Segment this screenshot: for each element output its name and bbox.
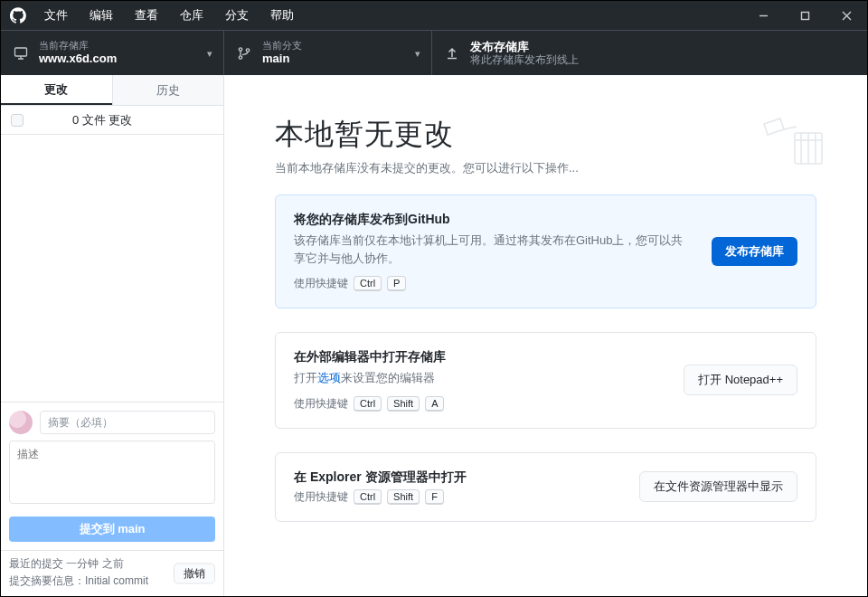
card-editor-shortcut: 使用快捷键 Ctrl Shift A [294,396,664,412]
kbd-key: Shift [387,489,420,505]
main-split: 更改 历史 0 文件 更改 提交到 main 最近的提交 一分钟 之前 提交摘 [1,75,867,596]
avatar [9,411,33,434]
github-logo-icon [10,7,26,24]
changes-count-label: 0 文件 更改 [72,112,213,128]
tab-changes[interactable]: 更改 [1,75,112,105]
svg-rect-1 [15,48,27,56]
branch-selector-value: main [262,52,302,66]
menu-view[interactable]: 查看 [126,1,167,30]
last-commit-footer: 最近的提交 一分钟 之前 提交摘要信息：Initial commit 撤销 [1,550,223,596]
kbd-key: Ctrl [354,396,382,412]
svg-point-3 [239,55,241,58]
commit-button[interactable]: 提交到 main [9,516,215,542]
kbd-key: Shift [387,396,420,412]
empty-state-illustration-icon [751,108,833,175]
publish-repository-button[interactable]: 发布存储库 将此存储库发布到线上 [432,31,867,75]
card-open-explorer: 在 Explorer 资源管理器中打开 使用快捷键 Ctrl Shift F 在… [275,452,816,522]
open-editor-button[interactable]: 打开 Notepad++ [684,365,797,395]
monitor-icon [14,46,28,61]
commit-form: 提交到 main [1,402,223,550]
menu-file[interactable]: 文件 [35,1,77,30]
card-publish-title: 将您的存储库发布到GitHub [294,212,692,228]
window-minimize-button[interactable] [742,1,784,30]
sidebar-tabs: 更改 历史 [1,75,223,106]
menu-branch[interactable]: 分支 [216,1,258,30]
sidebar: 更改 历史 0 文件 更改 提交到 main 最近的提交 一分钟 之前 提交摘 [1,75,224,596]
menu-bar: 文件 编辑 查看 仓库 分支 帮助 [35,1,303,30]
publish-subtitle: 将此存储库发布到线上 [470,53,579,66]
chevron-down-icon: ▾ [207,47,212,59]
repo-selector-label: 当前存储库 [39,40,117,52]
kbd-key: P [387,276,406,291]
kbd-key: Ctrl [354,489,382,505]
window-controls [742,1,867,30]
menu-help[interactable]: 帮助 [261,1,303,30]
open-explorer-button[interactable]: 在文件资源管理器中显示 [639,471,797,502]
menu-repository[interactable]: 仓库 [171,1,212,30]
publish-repo-button[interactable]: 发布存储库 [712,237,797,266]
card-explorer-shortcut: 使用快捷键 Ctrl Shift F [294,489,619,505]
publish-title: 发布存储库 [470,40,579,54]
suggestion-cards: 将您的存储库发布到GitHub 该存储库当前仅在本地计算机上可用。通过将其发布在… [224,194,867,549]
window-close-button[interactable] [826,1,867,30]
current-branch-selector[interactable]: 当前分支 main ▾ [224,31,432,75]
svg-point-2 [239,47,241,50]
git-branch-icon [237,46,251,61]
undo-button[interactable]: 撤销 [174,564,215,584]
card-publish-desc: 该存储库当前仅在本地计算机上可用。通过将其发布在GitHub上，您可以共享它并与… [294,232,692,267]
content-area: 本地暂无更改 当前本地存储库没有未提交的更改。您可以进行以下操作... 将您的存… [224,75,867,596]
kbd-key: F [425,489,444,505]
card-explorer-title: 在 Explorer 资源管理器中打开 [294,469,619,486]
window-maximize-button[interactable] [784,1,826,30]
card-editor-title: 在外部编辑器中打开存储库 [294,349,664,365]
tab-history[interactable]: 历史 [112,75,224,105]
branch-selector-label: 当前分支 [262,40,302,52]
card-editor-desc: 打开选项来设置您的编辑器 [294,369,664,387]
current-repository-selector[interactable]: 当前存储库 www.x6d.com ▾ [1,31,224,75]
svg-point-4 [246,48,249,51]
kbd-key: Ctrl [354,276,382,291]
hero-title: 本地暂无更改 [275,115,816,155]
description-textarea[interactable] [9,441,215,504]
select-all-checkbox[interactable] [11,114,24,127]
card-open-editor: 在外部编辑器中打开存储库 打开选项来设置您的编辑器 使用快捷键 Ctrl Shi… [275,332,816,429]
upload-icon [445,46,459,61]
title-bar: 文件 编辑 查看 仓库 分支 帮助 [1,1,867,30]
app-window: 文件 编辑 查看 仓库 分支 帮助 当前存储库 www.x6d.com ▾ [0,0,868,597]
card-publish: 将您的存储库发布到GitHub 该存储库当前仅在本地计算机上可用。通过将其发布在… [275,194,816,308]
repo-selector-value: www.x6d.com [39,52,117,66]
menu-edit[interactable]: 编辑 [80,1,122,30]
summary-input[interactable] [40,411,215,434]
card-publish-shortcut: 使用快捷键 Ctrl P [294,276,692,291]
svg-rect-0 [801,12,808,19]
kbd-key: A [425,396,444,412]
toolbar: 当前存储库 www.x6d.com ▾ 当前分支 main ▾ 发布存储库 将此… [1,30,867,75]
hero-subtitle: 当前本地存储库没有未提交的更改。您可以进行以下操作... [275,160,816,176]
options-link[interactable]: 选项 [317,371,341,384]
chevron-down-icon: ▾ [415,47,420,59]
changes-header: 0 文件 更改 [1,106,223,135]
